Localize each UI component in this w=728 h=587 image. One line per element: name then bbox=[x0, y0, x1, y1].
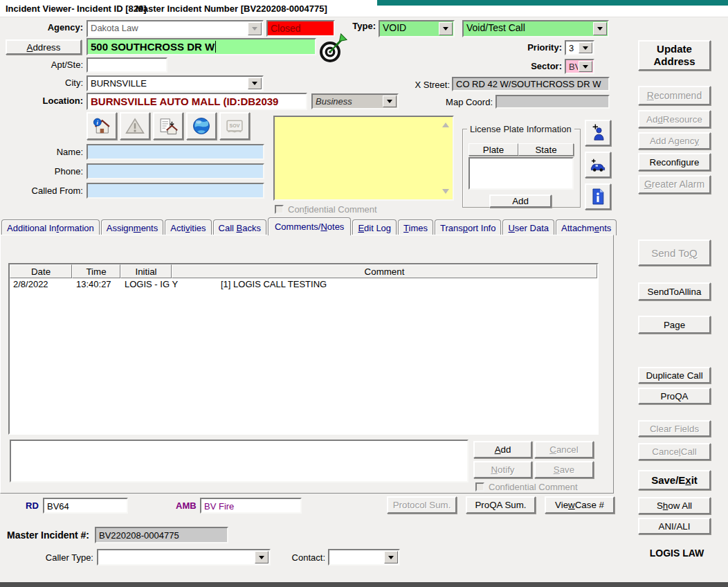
chevron-down-icon bbox=[579, 42, 592, 53]
scroll-down-icon[interactable] bbox=[442, 189, 449, 194]
address-button[interactable]: Address bbox=[6, 39, 82, 55]
phone-label: Phone: bbox=[28, 166, 83, 177]
phone-input[interactable] bbox=[87, 163, 264, 179]
tab-edit-log[interactable]: Edit Log bbox=[352, 219, 397, 235]
tab-user-data[interactable]: User Data bbox=[502, 219, 554, 235]
state-column-header[interactable]: State bbox=[518, 143, 574, 156]
priority-select[interactable]: 3 bbox=[565, 40, 594, 55]
agency-select[interactable]: Dakota Law bbox=[87, 20, 264, 37]
map-globe-button[interactable] bbox=[186, 112, 217, 140]
proqa-sum-button[interactable]: ProQA Sum. bbox=[466, 496, 536, 514]
incident-type-select[interactable]: VOID bbox=[379, 20, 455, 37]
premise-warning-button[interactable] bbox=[120, 112, 150, 140]
greater-alarm-button[interactable]: Greater Alarm bbox=[638, 175, 711, 194]
caller-type-label: Caller Type: bbox=[38, 552, 93, 563]
premise-history-button[interactable] bbox=[153, 112, 183, 140]
tab-assignments[interactable]: Assignments bbox=[101, 219, 163, 235]
reconfigure-button[interactable]: Reconfigure bbox=[638, 153, 711, 171]
column-header-time[interactable]: Time bbox=[72, 264, 120, 278]
target-icon[interactable] bbox=[316, 32, 349, 65]
amb-field[interactable]: BV Fire bbox=[200, 498, 302, 514]
tab-call-backs[interactable]: Call Backs bbox=[213, 219, 266, 235]
send-to-allina-button[interactable]: SendToAllina bbox=[638, 282, 711, 300]
cancel-comment-button[interactable]: Cancel bbox=[534, 441, 594, 458]
premise-info-button[interactable]: i bbox=[87, 112, 117, 140]
add-person-icon bbox=[590, 122, 606, 144]
view-case-button[interactable]: View Case # bbox=[545, 496, 615, 514]
add-plate-button[interactable]: Add bbox=[489, 195, 552, 208]
add-resource-button[interactable]: Add Resource bbox=[638, 110, 711, 128]
add-comment-button[interactable]: Add bbox=[473, 441, 532, 458]
city-select[interactable]: BURNSVILLE bbox=[87, 75, 264, 91]
text-cursor bbox=[215, 41, 216, 53]
confidential-comment-checkbox-2[interactable] bbox=[475, 482, 484, 491]
page-button[interactable]: Page bbox=[638, 316, 711, 334]
address-input[interactable]: 500 SOUTHCROSS DR W bbox=[87, 38, 316, 55]
svg-text:SOV: SOV bbox=[230, 123, 240, 128]
call-type-select[interactable]: Void/Test Call bbox=[462, 20, 609, 37]
name-input[interactable] bbox=[87, 144, 264, 160]
scroll-up-icon[interactable] bbox=[442, 123, 449, 127]
comments-table-header: Date Time Initial Comment bbox=[10, 264, 597, 278]
sector-select[interactable]: BV bbox=[565, 59, 594, 74]
incident-info-button[interactable] bbox=[585, 183, 611, 210]
premise-info-icon: i bbox=[92, 115, 111, 137]
plate-list[interactable] bbox=[468, 157, 574, 190]
sov-book-icon: SOV bbox=[225, 115, 244, 137]
master-incident-title: Master Incident Number [BV220208-0004775… bbox=[136, 3, 327, 15]
comment-initial: LOGIS - IG Y bbox=[120, 279, 193, 291]
save-comment-button[interactable]: Save bbox=[534, 461, 594, 478]
confidential-comment-checkbox[interactable] bbox=[275, 205, 284, 214]
master-incident-label: Master Incident #: bbox=[7, 530, 89, 541]
plate-column-header[interactable]: Plate bbox=[468, 143, 518, 156]
notify-button[interactable]: Notify bbox=[473, 461, 532, 478]
chevron-down-icon bbox=[383, 96, 397, 107]
rd-field[interactable]: BV64 bbox=[43, 498, 128, 514]
add-person-button[interactable] bbox=[585, 120, 611, 146]
comments-table: Date Time Initial Comment 2/8/2022 13:40… bbox=[8, 263, 599, 435]
clear-fields-button[interactable]: Clear Fields bbox=[638, 420, 711, 437]
contact-select[interactable] bbox=[328, 549, 400, 566]
tab-attachments[interactable]: Attachments bbox=[556, 219, 617, 235]
chevron-down-icon bbox=[255, 551, 269, 563]
new-comment-input[interactable] bbox=[10, 440, 468, 482]
location-field[interactable]: BURNSVILLE AUTO MALL (ID:DB2039 bbox=[87, 93, 307, 110]
ani-ali-button[interactable]: ANI/ALI bbox=[638, 518, 711, 534]
rd-label: RD bbox=[26, 500, 39, 512]
chevron-down-icon bbox=[593, 22, 607, 35]
tab-activities[interactable]: Activities bbox=[165, 219, 211, 235]
add-vehicle-icon bbox=[590, 154, 606, 176]
xstreet-label: X Street: bbox=[401, 80, 450, 91]
proqa-button[interactable]: ProQA bbox=[638, 388, 711, 404]
amb-label: AMB bbox=[176, 500, 197, 512]
duplicate-call-button[interactable]: Duplicate Call bbox=[638, 367, 711, 383]
protocol-sum-button[interactable]: Protocol Sum. bbox=[387, 496, 457, 514]
called-from-input[interactable] bbox=[87, 183, 264, 199]
add-agency-button[interactable]: Add Agency bbox=[638, 132, 711, 150]
column-header-comment[interactable]: Comment bbox=[172, 264, 597, 278]
show-all-button[interactable]: Show All bbox=[638, 497, 711, 514]
sov-button[interactable]: SOV bbox=[219, 112, 250, 140]
send-to-q-button[interactable]: Send To Q bbox=[638, 240, 711, 266]
recommend-button[interactable]: Recommend bbox=[638, 86, 711, 105]
sector-label: Sector: bbox=[507, 61, 562, 72]
tab-transport-info[interactable]: Transport Info bbox=[435, 219, 501, 235]
location-type-select[interactable]: Business bbox=[311, 93, 399, 109]
map-coord-field bbox=[495, 95, 610, 109]
tab-additional-information[interactable]: Additional Information bbox=[1, 219, 100, 235]
name-label: Name: bbox=[28, 147, 83, 158]
save-exit-button[interactable]: Save/Exit bbox=[638, 470, 711, 490]
priority-label: Priority: bbox=[507, 42, 562, 53]
tab-times[interactable]: Times bbox=[398, 219, 433, 235]
comment-preview-box[interactable] bbox=[273, 116, 454, 201]
tab-comments-notes[interactable]: Comments/Notes bbox=[268, 217, 351, 235]
cancel-call-button[interactable]: Cancel Call bbox=[638, 443, 711, 460]
caller-type-select[interactable] bbox=[97, 549, 271, 566]
column-header-initial[interactable]: Initial bbox=[120, 264, 172, 278]
footer-agency-text: LOGIS LAW bbox=[642, 548, 711, 559]
apt-input[interactable] bbox=[87, 57, 167, 73]
comment-row[interactable]: 2/8/2022 13:40:27 LOGIS - IG Y [1] LOGIS… bbox=[10, 279, 597, 291]
add-vehicle-button[interactable] bbox=[585, 152, 611, 178]
update-address-button[interactable]: Update Address bbox=[638, 40, 711, 71]
column-header-date[interactable]: Date bbox=[10, 264, 72, 278]
